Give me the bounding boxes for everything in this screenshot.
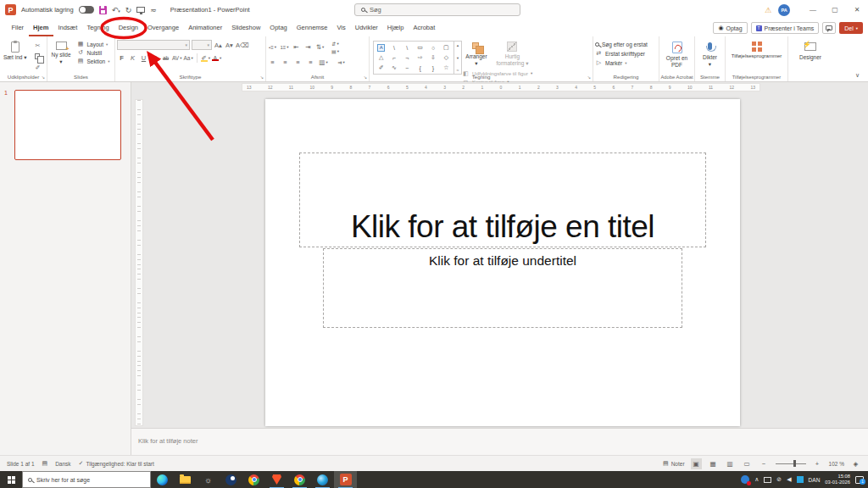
shape-icon[interactable]: ▭ — [417, 44, 423, 51]
qat-customize-icon[interactable]: ≂ — [150, 6, 157, 14]
convert-to-smartart-button[interactable]: ⇉▾ — [337, 57, 346, 67]
character-spacing-button[interactable]: AV▾ — [172, 53, 181, 63]
new-slide-button[interactable]: Ny slide ▾ — [49, 39, 73, 67]
cut-icon[interactable]: ✂ — [32, 41, 43, 50]
taskbar-app-icon[interactable] — [220, 471, 242, 488]
align-right-button[interactable]: ≡ — [293, 57, 303, 67]
ribbon-tab[interactable]: Overgange — [143, 19, 184, 36]
shape-icon[interactable]: ¬ — [405, 55, 409, 61]
shapes-gallery-scrollbar[interactable]: ▲▼≂ — [454, 41, 462, 75]
copy-icon[interactable] — [32, 52, 43, 61]
numbering-button[interactable]: 1≡▾ — [280, 42, 289, 53]
title-placeholder[interactable]: Klik for at tilføje en titel — [299, 152, 706, 247]
zoom-in-button[interactable]: + — [812, 458, 823, 469]
align-center-button[interactable]: ≡ — [281, 57, 290, 67]
grow-font-button[interactable]: A▴ — [214, 40, 223, 50]
close-button[interactable]: ✕ — [846, 0, 868, 19]
line-spacing-button[interactable]: ⇅▾ — [315, 42, 325, 53]
create-pdf-button[interactable]: Opret en PDF — [661, 39, 693, 70]
subtitle-placeholder[interactable]: Klik for at tilføje undertitel — [323, 248, 682, 328]
bullets-button[interactable]: •≡▾ — [268, 42, 277, 53]
format-painter-icon[interactable]: ✐ — [32, 63, 43, 72]
collapse-ribbon-icon[interactable]: ∨ — [855, 72, 860, 79]
slide-thumbnail[interactable] — [14, 90, 121, 160]
select-button[interactable]: ▷Markér▾ — [595, 59, 648, 66]
change-case-button[interactable]: Aa▾ — [183, 53, 192, 63]
find-replace-button[interactable]: Søg efter og erstat — [595, 42, 648, 47]
clipboard-dialog-launcher[interactable]: ↘ — [42, 75, 45, 80]
tray-language[interactable]: DAN — [809, 477, 821, 483]
paragraph-dialog-launcher[interactable]: ↘ — [364, 75, 367, 80]
tray-input-indicator-icon[interactable] — [797, 476, 804, 483]
align-left-button[interactable]: ≡ — [268, 57, 277, 67]
shapes-gallery[interactable]: A\\▭○▢△⌐¬⇨⇩◇✐∿~{}☆ — [373, 41, 454, 75]
tray-volume-icon[interactable]: ◀ — [787, 476, 791, 483]
reset-button[interactable]: ↺Nulstil — [76, 49, 109, 56]
arrange-button[interactable]: Arranger▾ — [462, 39, 491, 69]
notes-pane[interactable]: Klik for at tilføje noter — [131, 428, 868, 455]
vertical-ruler[interactable] — [135, 99, 143, 426]
ribbon-tab[interactable]: Animationer — [184, 19, 227, 36]
shape-icon[interactable]: \ — [406, 45, 408, 51]
normal-view-button[interactable]: ▣ — [691, 458, 702, 469]
shape-icon[interactable]: ☆ — [443, 64, 448, 71]
reading-view-button[interactable]: ▥ — [725, 458, 736, 469]
horizontal-ruler[interactable]: 13121110987654321012345678910111213 — [242, 83, 760, 92]
designer-button[interactable]: Designer — [790, 39, 831, 63]
taskbar-brave-icon[interactable] — [265, 471, 288, 488]
drawing-dialog-launcher[interactable]: ↘ — [587, 75, 591, 80]
font-dialog-launcher[interactable]: ↘ — [260, 75, 264, 80]
shape-icon[interactable]: ⇩ — [431, 54, 436, 61]
text-shadow-button[interactable]: ab — [161, 53, 170, 63]
accessibility-status[interactable]: ✓ Tilgængelighed: Klar til start — [79, 460, 154, 467]
paste-button[interactable]: Sæt ind ▾ — [2, 39, 28, 63]
decrease-indent-button[interactable]: ⇤ — [292, 42, 301, 53]
taskbar-messaging-app-icon[interactable] — [311, 471, 334, 488]
section-button[interactable]: ▤Sektion▾ — [76, 58, 109, 64]
present-from-beginning-icon[interactable] — [136, 7, 145, 13]
notes-toggle-button[interactable]: ▤ Noter — [663, 460, 685, 467]
action-center-icon[interactable]: 1 — [855, 476, 864, 484]
justify-button[interactable]: ≡ — [306, 57, 315, 67]
taskbar-powerpoint-icon[interactable] — [334, 471, 357, 488]
zoom-slider[interactable] — [776, 463, 806, 464]
autosave-toggle[interactable] — [79, 6, 94, 14]
ribbon-tab[interactable]: Acrobat — [409, 19, 440, 36]
present-in-teams-button[interactable]: Præsenter i Teams — [751, 22, 820, 34]
italic-button[interactable]: K — [128, 53, 137, 63]
tray-display-icon[interactable] — [764, 477, 771, 483]
start-button[interactable] — [0, 471, 22, 488]
warning-icon[interactable]: ⚠ — [765, 6, 771, 14]
tray-browser-update-icon[interactable] — [741, 475, 749, 484]
bold-button[interactable]: F — [117, 53, 126, 63]
comments-button[interactable] — [822, 22, 836, 34]
shape-icon[interactable]: ⌐ — [392, 55, 396, 61]
ribbon-tab[interactable]: Filer — [7, 19, 29, 36]
language-label[interactable]: Dansk — [55, 461, 70, 467]
redo-icon[interactable]: ↻ — [125, 6, 132, 14]
taskbar-edge-icon[interactable] — [151, 471, 174, 488]
shape-icon[interactable]: ○ — [431, 45, 435, 51]
fit-to-window-button[interactable]: ◈ — [850, 458, 861, 469]
undo-icon[interactable]: ↶▾ — [112, 6, 120, 14]
ribbon-tab[interactable]: Hjem — [29, 19, 53, 36]
record-button[interactable]: ◉ Optag — [713, 22, 747, 34]
shape-icon[interactable]: ✐ — [379, 64, 384, 71]
ribbon-tab[interactable]: Optag — [265, 19, 292, 36]
shape-icon[interactable]: { — [419, 65, 420, 71]
zoom-level[interactable]: 102 % — [829, 461, 844, 467]
zoom-slider-thumb[interactable] — [793, 460, 796, 467]
font-size-combo[interactable]: ▾ — [192, 40, 212, 50]
shape-icon[interactable]: A — [377, 44, 385, 52]
clear-formatting-button[interactable]: A⌫ — [236, 40, 249, 50]
spellcheck-book-icon[interactable]: ▤ — [42, 460, 48, 467]
zoom-out-button[interactable]: − — [759, 458, 770, 469]
taskbar-chrome-icon[interactable] — [242, 471, 265, 488]
shape-icon[interactable]: ∿ — [392, 64, 397, 71]
taskbar-chrome2-icon[interactable] — [288, 471, 311, 488]
avatar[interactable]: PA — [778, 4, 790, 16]
font-name-combo[interactable]: ▾ — [117, 40, 190, 50]
columns-button[interactable]: ▥▾ — [319, 57, 328, 67]
ribbon-tab[interactable]: Vis — [332, 19, 350, 36]
ribbon-tab[interactable]: Hjælp — [382, 19, 409, 36]
